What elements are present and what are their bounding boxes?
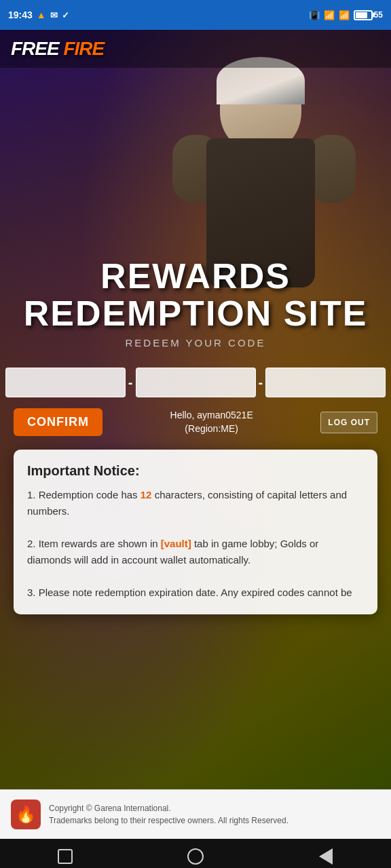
footer-text-block: Copyright © Garena International. Tradem… (49, 802, 288, 827)
nav-recents-button[interactable] (314, 844, 338, 868)
trademark-text: Trademarks belong to their respective ow… (49, 814, 288, 827)
logo: FREE FIRE (11, 38, 380, 60)
main-content: REWARDS REDEMPTION SITE REDEEM YOUR CODE… (0, 68, 391, 789)
notice-line3: 3. Please note redemption expiration dat… (27, 587, 352, 598)
battery-percent: 55 (374, 10, 383, 20)
notice-line1-pre: 1. Redemption code has (27, 489, 141, 500)
status-bar: 19:43 ▲ ✉ ✓ 📳 📶 📶 55 (0, 0, 391, 30)
garena-logo-icon: 🔥 (16, 805, 36, 824)
code-segment-2[interactable] (136, 368, 256, 397)
signal-icon: 📶 (339, 10, 350, 20)
square-icon (58, 849, 73, 864)
nav-back-button[interactable] (53, 844, 77, 868)
top-header: FREE FIRE (0, 30, 391, 68)
code-segment-1[interactable] (5, 368, 126, 397)
download-icon: ✓ (62, 10, 69, 20)
logout-button[interactable]: LOG OUT (320, 412, 377, 433)
battery-indicator: 55 (354, 10, 383, 20)
separator-2: - (259, 375, 263, 391)
logo-free: FREE (11, 38, 59, 59)
battery-icon (354, 10, 373, 20)
warning-icon: ▲ (37, 9, 46, 20)
footer-logo: 🔥 (11, 800, 41, 829)
notice-highlight-12: 12 (141, 489, 152, 500)
wifi-icon: 📶 (324, 10, 335, 20)
notice-card: Important Notice: 1. Redemption code has… (14, 450, 377, 614)
nav-bar (0, 839, 391, 868)
notice-title: Important Notice: (27, 463, 364, 479)
footer: 🔥 Copyright © Garena International. Trad… (0, 789, 391, 839)
triangle-icon (319, 848, 333, 865)
user-info: Hello, ayman0521E (Region:ME) (109, 409, 314, 435)
user-greeting: Hello, ayman0521E (170, 410, 253, 420)
nav-home-button[interactable] (183, 844, 208, 868)
notice-highlight-vault: [vault] (161, 538, 191, 549)
circle-icon (187, 848, 204, 865)
rewards-line1: REWARDS (100, 256, 291, 296)
page-title: REWARDS REDEMPTION SITE (24, 258, 368, 332)
action-row: CONFIRM Hello, ayman0521E (Region:ME) LO… (0, 408, 391, 436)
mail-icon: ✉ (50, 10, 58, 20)
hero-area: FREE FIRE REWARDS REDEMPTION SITE REDEEM… (0, 30, 391, 789)
notice-line2-pre: 2. Item rewards are shown in (27, 538, 161, 549)
status-right: 📳 📶 📶 55 (309, 10, 383, 20)
time-display: 19:43 (8, 9, 33, 20)
code-input-row: - - (0, 368, 391, 397)
confirm-button[interactable]: CONFIRM (14, 408, 103, 436)
code-segment-3[interactable] (265, 368, 386, 397)
notice-body: 1. Redemption code has 12 characters, co… (27, 487, 364, 601)
rewards-line2: REDEMPTION SITE (24, 294, 368, 333)
vibrate-icon: 📳 (309, 10, 320, 20)
page-subtitle: REDEEM YOUR CODE (24, 337, 368, 349)
title-section: REWARDS REDEMPTION SITE REDEEM YOUR CODE (13, 258, 379, 349)
user-region: (Region:ME) (185, 423, 238, 434)
logo-text: FREE FIRE (11, 38, 104, 60)
status-left: 19:43 ▲ ✉ ✓ (8, 9, 69, 20)
separator-1: - (128, 375, 133, 391)
copyright-text: Copyright © Garena International. (49, 802, 288, 814)
logo-fire: FIRE (63, 38, 104, 59)
